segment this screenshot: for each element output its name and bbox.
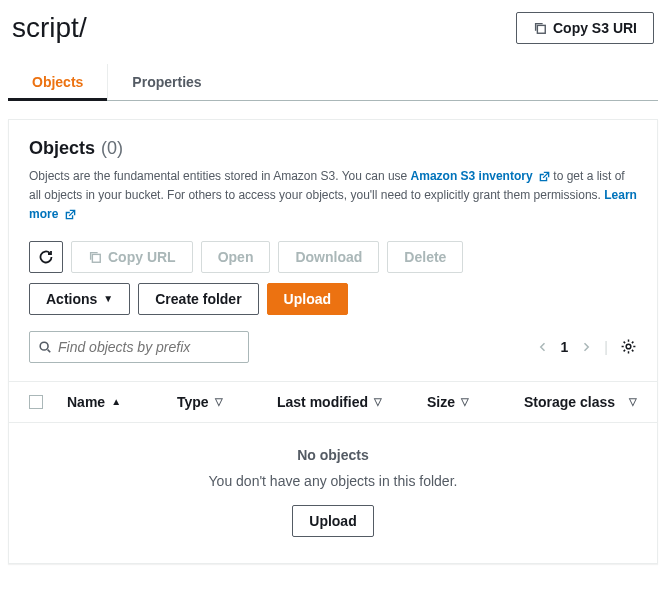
search-input[interactable] bbox=[58, 339, 240, 355]
gear-icon bbox=[620, 338, 637, 355]
tab-properties[interactable]: Properties bbox=[108, 64, 225, 100]
sort-icon: ▽ bbox=[374, 396, 382, 407]
search-box[interactable] bbox=[29, 331, 249, 363]
panel-title-text: Objects bbox=[29, 138, 95, 159]
svg-point-2 bbox=[40, 342, 48, 350]
create-folder-button[interactable]: Create folder bbox=[138, 283, 258, 315]
select-all-checkbox[interactable] bbox=[29, 395, 43, 409]
column-name[interactable]: Name ▲ bbox=[67, 394, 177, 410]
inventory-link[interactable]: Amazon S3 inventory bbox=[411, 169, 554, 183]
delete-button: Delete bbox=[387, 241, 463, 273]
copy-icon bbox=[533, 21, 547, 35]
column-class-label: Storage class bbox=[524, 394, 615, 410]
tab-objects[interactable]: Objects bbox=[8, 64, 108, 100]
panel-description: Objects are the fundamental entities sto… bbox=[29, 167, 637, 225]
search-icon bbox=[38, 340, 52, 354]
column-last-modified[interactable]: Last modified ▽ bbox=[277, 394, 427, 410]
table-header-row: Name ▲ Type ▽ Last modified ▽ Size ▽ Sto… bbox=[9, 381, 657, 423]
column-storage-class[interactable]: Storage class ▽ bbox=[515, 394, 637, 410]
external-link-icon bbox=[539, 171, 550, 182]
copy-icon bbox=[88, 250, 102, 264]
column-size-label: Size bbox=[427, 394, 455, 410]
download-button: Download bbox=[278, 241, 379, 273]
copy-url-button: Copy URL bbox=[71, 241, 193, 273]
next-page-icon bbox=[580, 341, 592, 353]
copy-s3-uri-button[interactable]: Copy S3 URI bbox=[516, 12, 654, 44]
pagination: 1 | bbox=[537, 338, 637, 355]
column-modified-label: Last modified bbox=[277, 394, 368, 410]
panel-title: Objects (0) bbox=[29, 138, 637, 159]
object-count: (0) bbox=[101, 138, 123, 159]
caret-down-icon: ▼ bbox=[103, 293, 113, 304]
copy-url-label: Copy URL bbox=[108, 249, 176, 265]
upload-button[interactable]: Upload bbox=[267, 283, 348, 315]
svg-point-3 bbox=[626, 344, 631, 349]
svg-rect-1 bbox=[92, 254, 100, 262]
actions-dropdown[interactable]: Actions ▼ bbox=[29, 283, 130, 315]
column-size[interactable]: Size ▽ bbox=[427, 394, 515, 410]
svg-rect-0 bbox=[537, 25, 545, 33]
sort-icon: ▽ bbox=[461, 396, 469, 407]
column-type[interactable]: Type ▽ bbox=[177, 394, 277, 410]
empty-subtitle: You don't have any objects in this folde… bbox=[9, 473, 657, 489]
actions-label: Actions bbox=[46, 291, 97, 307]
sort-icon: ▽ bbox=[215, 396, 223, 407]
objects-panel: Objects (0) Objects are the fundamental … bbox=[8, 119, 658, 564]
open-button: Open bbox=[201, 241, 271, 273]
empty-state: No objects You don't have any objects in… bbox=[9, 423, 657, 563]
inventory-link-text: Amazon S3 inventory bbox=[411, 169, 533, 183]
refresh-button[interactable] bbox=[29, 241, 63, 273]
page-number: 1 bbox=[561, 339, 569, 355]
copy-s3-uri-label: Copy S3 URI bbox=[553, 20, 637, 36]
sort-icon: ▽ bbox=[629, 396, 637, 407]
column-name-label: Name bbox=[67, 394, 105, 410]
refresh-icon bbox=[38, 249, 54, 265]
desc-pre: Objects are the fundamental entities sto… bbox=[29, 169, 411, 183]
empty-upload-button[interactable]: Upload bbox=[292, 505, 373, 537]
page-title: script/ bbox=[12, 12, 87, 44]
column-type-label: Type bbox=[177, 394, 209, 410]
external-link-icon bbox=[65, 209, 76, 220]
empty-title: No objects bbox=[9, 447, 657, 463]
settings-button[interactable] bbox=[620, 338, 637, 355]
prev-page-icon bbox=[537, 341, 549, 353]
sort-asc-icon: ▲ bbox=[111, 396, 121, 407]
